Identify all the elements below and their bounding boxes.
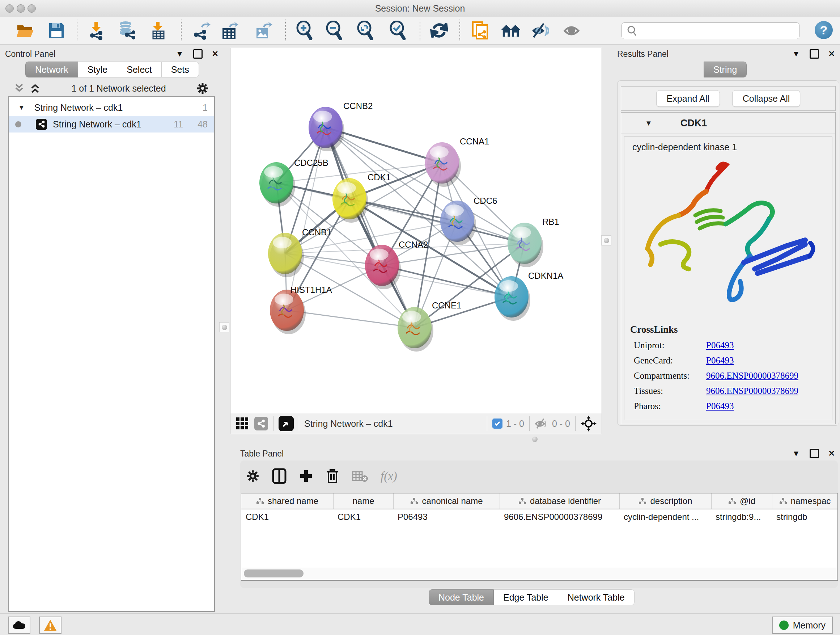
column-header[interactable]: @id — [711, 494, 772, 509]
scrollbar-thumb[interactable] — [244, 570, 303, 578]
warnings-button[interactable] — [39, 616, 62, 634]
grid-view-icon[interactable] — [235, 417, 249, 431]
tab-network-table[interactable]: Network Table — [558, 589, 635, 605]
network-node-ccnb2[interactable]: CCNB2 — [309, 101, 373, 151]
close-panel-icon[interactable]: ✕ — [212, 50, 218, 58]
network-collection-row[interactable]: ▼ String Network – cdk1 1 — [9, 99, 214, 116]
export-table-button[interactable] — [220, 20, 240, 41]
export-image-button[interactable] — [253, 20, 273, 41]
zoom-selected-button[interactable] — [388, 20, 408, 41]
show-all-button[interactable] — [563, 20, 583, 41]
table-cell[interactable]: CDK1 — [333, 509, 393, 524]
import-network-button[interactable] — [86, 20, 106, 41]
expand-all-button[interactable]: Expand All — [656, 90, 720, 107]
column-header[interactable]: name — [333, 494, 393, 509]
column-header[interactable]: description — [619, 494, 711, 509]
tab-sets[interactable]: Sets — [162, 62, 199, 78]
delete-table-icon[interactable] — [352, 470, 368, 482]
reload-network-button[interactable] — [429, 20, 449, 41]
save-session-button[interactable] — [46, 20, 66, 41]
bottom-splitter-handle[interactable] — [530, 434, 539, 444]
network-node-ccna2[interactable]: CCNA2 — [365, 240, 428, 289]
crosslink-value-link[interactable]: P06493 — [706, 340, 734, 350]
network-share-icon[interactable] — [254, 417, 268, 431]
tab-network[interactable]: Network — [25, 62, 78, 78]
network-graph[interactable]: CCNB2CCNA1CDC25BCDK1CDC6RB1CCNB1CCNA2CDK… — [231, 48, 602, 414]
network-edge[interactable] — [325, 127, 415, 328]
network-canvas[interactable]: CCNB2CCNA1CDC25BCDK1CDC6RB1CCNB1CCNA2CDK… — [230, 48, 602, 414]
tab-select[interactable]: Select — [117, 62, 161, 78]
table-horizontal-scrollbar[interactable] — [242, 568, 836, 579]
float-panel-icon[interactable]: ▼ — [792, 450, 800, 458]
clone-network-button[interactable] — [470, 20, 490, 41]
close-panel-icon[interactable]: ✕ — [829, 50, 835, 58]
zoom-fit-button[interactable] — [355, 20, 376, 41]
column-header[interactable]: namespac — [772, 494, 837, 509]
right-splitter-handle[interactable] — [601, 235, 611, 245]
network-row-selected[interactable]: String Network – cdk1 11 48 — [9, 116, 214, 133]
network-node-ccnb1[interactable]: CCNB1 — [268, 227, 332, 277]
tab-node-table[interactable]: Node Table — [429, 589, 494, 605]
cloud-status-button[interactable] — [8, 616, 30, 634]
network-node-cdc6[interactable]: CDC6 — [440, 196, 497, 245]
network-node-ccne1[interactable]: CCNE1 — [398, 301, 461, 352]
open-session-button[interactable] — [15, 20, 35, 41]
network-options-gear-icon[interactable] — [196, 82, 209, 95]
network-edge[interactable] — [287, 127, 325, 310]
network-node-cdkn1a[interactable]: CDKN1A — [494, 271, 563, 321]
table-cell[interactable]: stringdb:9... — [711, 509, 772, 524]
column-header[interactable]: database identifier — [500, 494, 619, 509]
column-header[interactable]: shared name — [241, 494, 333, 509]
crosslink-value-link[interactable]: P06493 — [706, 356, 734, 366]
search-field[interactable] — [622, 22, 799, 39]
collapse-all-tree-icon[interactable] — [13, 83, 25, 94]
first-neighbors-button[interactable] — [501, 20, 521, 41]
crosslink-value-link[interactable]: 9606.ENSP00000378699 — [706, 371, 798, 381]
table-cell[interactable]: stringdb — [772, 509, 837, 524]
export-network-button[interactable] — [191, 20, 211, 41]
results-entry-header[interactable]: ▼ CDK1 — [621, 112, 835, 134]
maximize-panel-icon[interactable] — [810, 449, 819, 458]
tab-string[interactable]: String — [704, 62, 747, 78]
network-edge[interactable] — [287, 310, 415, 328]
import-table-button[interactable] — [148, 20, 169, 41]
zoom-out-button[interactable] — [324, 20, 344, 41]
search-input[interactable] — [641, 26, 799, 36]
selected-checkbox-icon[interactable] — [493, 418, 502, 429]
function-builder-button[interactable]: f(x) — [381, 470, 397, 483]
birdseye-view-icon[interactable] — [279, 416, 294, 431]
table-options-gear-icon[interactable] — [246, 469, 260, 483]
close-panel-icon[interactable]: ✕ — [829, 450, 835, 458]
tab-edge-table[interactable]: Edge Table — [494, 589, 558, 605]
table-row[interactable]: CDK1CDK1P064939606.ENSP00000378699cyclin… — [241, 509, 837, 524]
table-cell[interactable]: cyclin-dependent ... — [619, 509, 711, 524]
maximize-panel-icon[interactable] — [193, 49, 202, 59]
tab-style[interactable]: Style — [78, 62, 118, 78]
crosslink-value-link[interactable]: 9606.ENSP00000378699 — [706, 386, 798, 396]
network-node-cdc25b[interactable]: CDC25B — [259, 158, 328, 207]
table-cell[interactable]: CDK1 — [241, 509, 333, 524]
import-database-button[interactable] — [117, 20, 137, 41]
float-panel-icon[interactable]: ▼ — [792, 50, 800, 58]
float-panel-icon[interactable]: ▼ — [176, 50, 184, 58]
crosslink-value-link[interactable]: P06493 — [706, 401, 734, 411]
expand-all-tree-icon[interactable] — [29, 83, 41, 94]
network-node-rb1[interactable]: RB1 — [508, 217, 559, 267]
zoom-in-button[interactable] — [294, 20, 315, 41]
show-columns-icon[interactable] — [272, 468, 286, 484]
help-button[interactable]: ? — [815, 21, 833, 39]
network-node-ccna1[interactable]: CCNA1 — [425, 136, 489, 187]
memory-button[interactable]: Memory — [772, 616, 833, 634]
column-header[interactable]: canonical name — [393, 494, 500, 509]
left-splitter-handle[interactable] — [219, 322, 229, 333]
table-cell[interactable]: 9606.ENSP00000378699 — [500, 509, 619, 524]
entry-collapse-icon[interactable]: ▼ — [645, 119, 652, 127]
network-node-hist1h1a[interactable]: HIST1H1A — [270, 285, 332, 334]
table-cell[interactable]: P06493 — [393, 509, 500, 524]
maximize-panel-icon[interactable] — [810, 49, 819, 59]
delete-column-trash-icon[interactable] — [325, 468, 339, 484]
hide-selected-button[interactable] — [531, 20, 551, 41]
pan-tool-icon[interactable] — [581, 416, 597, 432]
collection-expand-icon[interactable]: ▼ — [18, 103, 25, 111]
create-column-plus-icon[interactable] — [299, 469, 313, 483]
